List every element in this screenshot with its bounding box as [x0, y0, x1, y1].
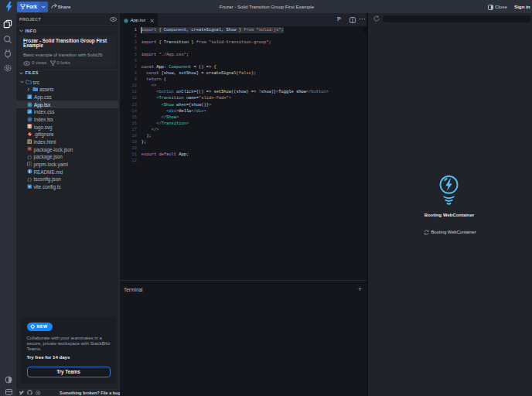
svg-text:{}: {} — [27, 178, 32, 182]
svg-text:{}: {} — [27, 155, 32, 159]
svg-text:Y: Y — [28, 162, 30, 166]
